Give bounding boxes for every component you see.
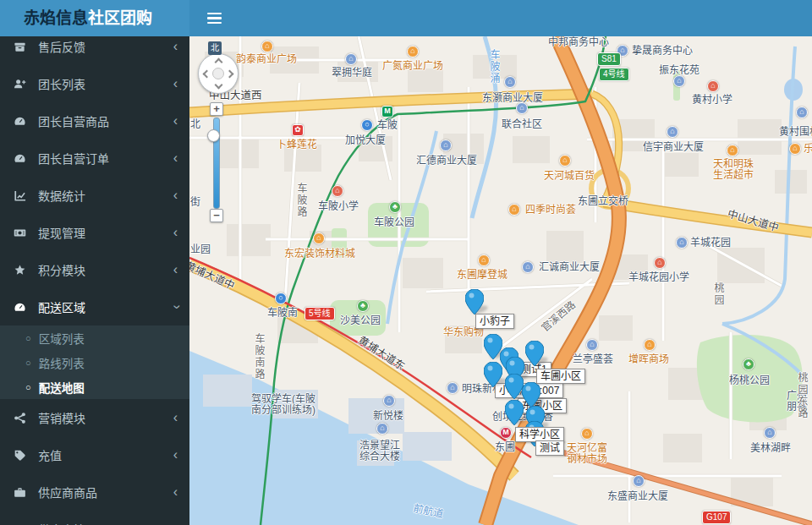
sidebar-item[interactable]: 供应商商品‹ <box>0 473 189 511</box>
dashboard-icon <box>14 301 30 314</box>
map-poi-label: 车陂小学 <box>318 201 359 212</box>
pan-left-icon[interactable] <box>203 70 211 79</box>
map-poi-label: 加悦大厦 <box>345 135 386 146</box>
entrance-poi-icon: ○ <box>361 119 373 131</box>
circle-bullet-icon: ○ <box>25 358 31 368</box>
money-icon <box>14 227 30 239</box>
sidebar-subitem[interactable]: ○路线列表 <box>0 350 189 375</box>
sidebar-item[interactable]: 营销模块‹ <box>0 399 189 436</box>
top-navbar <box>189 0 812 36</box>
shop-poi-icon: ⌂ <box>581 428 593 440</box>
sidebar-item[interactable]: 团长自营商品‹ <box>0 102 189 139</box>
marker-label[interactable]: 小豹子 <box>475 314 514 329</box>
sidebar-item[interactable]: 供应商管理‹ <box>0 511 189 525</box>
map-pan-control[interactable] <box>198 53 239 94</box>
sidebar-item[interactable]: 售后反馈‹ <box>0 36 189 65</box>
map-poi-label: 天河亿富钢材市场 <box>567 443 607 465</box>
cubes-icon <box>14 412 30 424</box>
map-poi-label: 浩景望江综合大楼 <box>359 440 400 462</box>
home-poi-icon: ⌂ <box>383 395 395 407</box>
building-poi-icon: ⌂ <box>376 423 388 435</box>
sidebar-item[interactable]: 数据统计‹ <box>0 177 189 214</box>
home-poi-icon: ⌂ <box>764 427 776 439</box>
pan-up-icon[interactable] <box>215 58 223 67</box>
chevron-left-icon: ‹ <box>173 114 178 128</box>
archive-icon <box>14 41 30 53</box>
sidebar-item[interactable]: 团长自营订单‹ <box>0 139 189 177</box>
map-poi-label: 信宇商业大厦 <box>643 142 704 153</box>
map-poi-label: 羊城花园小学 <box>628 272 689 283</box>
zoom-slider-knob[interactable] <box>207 129 220 142</box>
sidebar-subitem[interactable]: ○配送地图 <box>0 375 189 399</box>
home-poi-icon: ⌂ <box>796 107 808 118</box>
shop-poi-icon: ⌂ <box>727 145 738 156</box>
sidebar-item[interactable]: 配送区域‹ <box>0 288 189 325</box>
hamburger-menu-button[interactable] <box>196 0 232 36</box>
briefcase-icon <box>14 486 30 499</box>
sidebar-subitem[interactable]: ○区域列表 <box>0 325 189 350</box>
map-marker-pin[interactable] <box>505 374 524 399</box>
map-marker-pin[interactable] <box>505 400 524 425</box>
school-poi-icon: ⌂ <box>332 185 343 197</box>
sidebar-item-label: 供应商商品 <box>38 484 97 500</box>
pan-right-icon[interactable] <box>226 70 234 79</box>
sidebar-item-label: 团长自营商品 <box>38 112 109 129</box>
sidebar-subitem-label: 区域列表 <box>39 330 85 347</box>
road-badge: 4号线 <box>599 68 629 81</box>
sidebar-item-label: 积分模块 <box>38 261 85 278</box>
sidebar-menu: 售后反馈‹团长列表‹团长自营商品‹团长自营订单‹数据统计‹提现管理‹积分模块‹配… <box>0 36 189 525</box>
brand-normal: 社区团购 <box>88 9 152 27</box>
dashboard-icon <box>14 115 30 128</box>
chevron-left-icon: ‹ <box>173 263 178 276</box>
chevron-left-icon: ‹ <box>173 485 178 499</box>
shop-poi-icon: ⌂ <box>789 143 801 155</box>
map-poi-label: 北 <box>190 119 200 130</box>
circle-bullet-icon: ○ <box>25 333 31 343</box>
map-canvas[interactable]: ⌂韵泰商业广场中邦商务中心⌂挚晟商务中心⌂振东花苑⌂黄村小学⌂黄村围村⌂乐易⌂翠… <box>189 36 812 525</box>
map-poi-label: 中邦商务中心 <box>548 37 609 48</box>
sidebar-item-label: 团长自营订单 <box>38 150 109 167</box>
sidebar-item[interactable]: 团长列表‹ <box>0 65 189 102</box>
zoom-in-button[interactable]: + <box>210 102 223 116</box>
map-poi-label: 驾驭学车(车陂南分部训练场) <box>251 394 315 416</box>
sidebar-subitem-label: 路线列表 <box>39 354 85 371</box>
map-marker-pin[interactable] <box>484 362 502 387</box>
road-name-label: 桃园 <box>712 282 723 306</box>
building-poi-icon: ⌂ <box>667 126 678 138</box>
circle-bullet-icon: ○ <box>25 382 31 392</box>
chevron-left-icon: ‹ <box>173 448 178 462</box>
map-poi-label: 翠拥华庭 <box>332 68 372 79</box>
map-poi-label: 汇诚商业大厦 <box>539 262 600 273</box>
map-poi-label: 东盛商业大厦 <box>607 491 668 502</box>
dashboard-icon <box>14 152 30 165</box>
map-poi-label: 羊城花园 <box>690 238 731 249</box>
map-poi-label: 杨桃公园 <box>729 375 770 386</box>
marker-label[interactable]: 车圃小区 <box>536 369 585 384</box>
chevron-down-icon: ‹ <box>168 304 182 309</box>
map-marker-pin[interactable] <box>525 341 544 366</box>
brand-bold: 赤焰信息 <box>24 9 88 27</box>
map-marker-pin[interactable] <box>522 382 540 407</box>
sidebar-item[interactable]: 提现管理‹ <box>0 214 189 251</box>
map-marker-pin[interactable] <box>465 289 484 314</box>
chevron-left-icon: ‹ <box>173 151 178 165</box>
marker-label[interactable]: 测试 <box>535 440 564 456</box>
pan-center-knob[interactable] <box>212 68 224 79</box>
user-plus-icon <box>14 78 30 90</box>
map-poi-label: 兰亭盛荟 <box>573 354 613 365</box>
shop-poi-icon: ⌂ <box>559 155 571 167</box>
sidebar-item-label: 营销模块 <box>38 409 85 426</box>
chevron-left-icon: ‹ <box>173 226 178 239</box>
metro-green-poi-icon: M <box>381 106 393 118</box>
park-poi-icon: ♣ <box>389 201 401 213</box>
chevron-left-icon: ‹ <box>173 411 178 424</box>
sidebar-item[interactable]: 充值‹ <box>0 436 189 473</box>
map-poi-label: 卜蜂莲花 <box>277 139 317 150</box>
road-badge: 5号线 <box>304 307 335 320</box>
map-poi-label: 乐易 <box>804 144 812 155</box>
shop-poi-icon: ⌂ <box>313 232 325 244</box>
shop-poi-icon: ⌂ <box>261 41 273 52</box>
sidebar-item[interactable]: 积分模块‹ <box>0 251 189 288</box>
pan-down-icon[interactable] <box>215 81 223 90</box>
zoom-out-button[interactable]: − <box>210 209 223 222</box>
